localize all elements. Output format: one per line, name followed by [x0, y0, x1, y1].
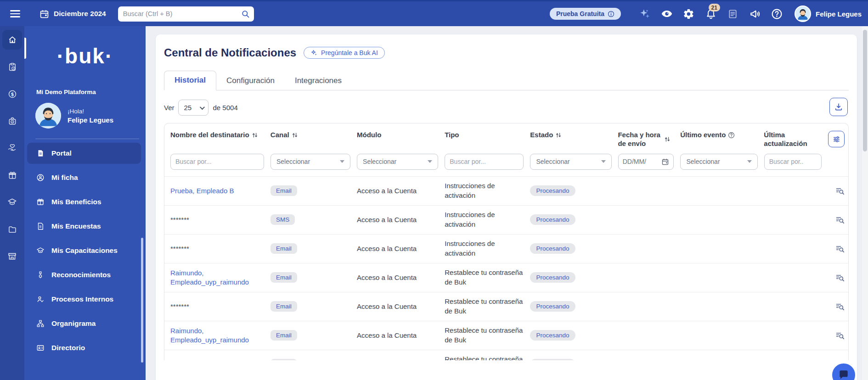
- period-selector[interactable]: Diciembre 2024: [39, 9, 106, 19]
- company-name: Mi Demo Plataforma: [36, 89, 146, 95]
- help-icon[interactable]: [728, 132, 735, 139]
- rail-item-documents[interactable]: [0, 216, 24, 243]
- sidebar-item-reconocimientos[interactable]: Reconocimientos: [27, 264, 141, 285]
- sliders-icon: [832, 135, 841, 144]
- sidebar-item-mis-encuestas[interactable]: Mis Encuestas: [27, 216, 141, 237]
- page-size-select[interactable]: 25: [178, 100, 209, 116]
- help-button[interactable]: [766, 5, 788, 23]
- sidebar-scrollbar[interactable]: [141, 238, 143, 363]
- document-list-icon: [727, 9, 738, 19]
- view-detail-icon[interactable]: [835, 360, 845, 361]
- filter-evento-select[interactable]: Seleccionar: [680, 154, 757, 170]
- bag-clock-icon: [8, 117, 17, 126]
- filter-canal-select[interactable]: Seleccionar: [271, 154, 350, 170]
- view-detail-icon[interactable]: [835, 186, 845, 196]
- rail-item-directory[interactable]: [0, 243, 24, 270]
- module-rail: $: [0, 26, 24, 380]
- sort-icon[interactable]: [292, 132, 298, 139]
- sidebar-item-label: Mis Encuestas: [51, 222, 101, 230]
- column-settings-button[interactable]: [828, 131, 845, 147]
- medal-icon: [36, 271, 45, 279]
- announcements-button[interactable]: [744, 5, 766, 23]
- recipient-name-link[interactable]: Prueba, Empleado B: [170, 186, 234, 196]
- orgchart-icon: [36, 319, 45, 328]
- recipient-name-link[interactable]: *******: [170, 302, 189, 311]
- tab-bar: Historial Configuración Integraciones: [164, 70, 849, 90]
- channel-badge: Email: [271, 272, 297, 283]
- sidebar-item-organigrama[interactable]: Organigrama: [27, 313, 141, 334]
- sidebar-item-portal[interactable]: Portal: [27, 143, 141, 164]
- sidebar-item-mis-beneficios[interactable]: Mis Beneficios: [27, 191, 141, 212]
- page-scrollbar[interactable]: [862, 26, 868, 380]
- module-cell: Acceso a la Cuenta: [357, 216, 417, 224]
- dollar-icon: $: [8, 89, 17, 99]
- user-greeting-block[interactable]: ¡Hola! Felipe Legues: [35, 103, 146, 129]
- rail-item-home[interactable]: [0, 26, 24, 53]
- rail-item-wellness[interactable]: [0, 134, 24, 162]
- tab-historial[interactable]: Historial: [164, 71, 216, 90]
- sidebar-item-directorio[interactable]: Directorio: [27, 337, 141, 358]
- filter-nombre-input[interactable]: [170, 154, 264, 170]
- rail-item-tasks[interactable]: [0, 53, 24, 80]
- rail-item-benefits[interactable]: [0, 162, 24, 189]
- type-cell: Restablece tu contraseña de Buk: [445, 355, 524, 360]
- scrollbar-thumb[interactable]: [863, 30, 867, 151]
- megaphone-icon: [749, 8, 761, 20]
- recipient-name-link[interactable]: *******: [170, 215, 189, 224]
- graduation-icon: [7, 197, 17, 207]
- user-menu[interactable]: Felipe Legues: [795, 6, 862, 22]
- recipient-name-link[interactable]: Raimundo, Empleado_uyp_raimundo: [170, 326, 264, 344]
- recipient-name-link[interactable]: *******: [170, 244, 189, 253]
- table-header: Nombre del destinatario Canal Módulo Tip…: [164, 123, 848, 150]
- filter-row: Seleccionar Seleccionar Seleccionar DD/M…: [164, 150, 848, 176]
- gift-icon: [36, 198, 45, 206]
- column-header-fecha[interactable]: Fecha y hora de envío: [618, 131, 680, 148]
- notifications-button[interactable]: 21: [700, 5, 722, 23]
- filter-actualizacion-input[interactable]: [764, 154, 822, 170]
- filter-estado-select[interactable]: Seleccionar: [530, 154, 611, 170]
- type-cell: Restablece tu contraseña de Buk: [445, 297, 524, 316]
- search-input[interactable]: [123, 10, 238, 17]
- view-detail-icon[interactable]: [835, 244, 845, 253]
- avatar: [35, 103, 61, 129]
- download-icon: [834, 102, 843, 112]
- rail-item-remunerations[interactable]: $: [0, 80, 24, 107]
- column-header-estado[interactable]: Estado: [530, 131, 618, 140]
- sidebar-item-label: Mi ficha: [51, 173, 78, 182]
- sidebar-item-procesos-internos[interactable]: Procesos Internos: [27, 289, 141, 310]
- tab-configuracion[interactable]: Configuración: [216, 72, 285, 90]
- visibility-button[interactable]: [656, 5, 678, 23]
- news-button[interactable]: [722, 5, 744, 23]
- column-header-nombre[interactable]: Nombre del destinatario: [164, 131, 271, 140]
- eye-icon: [661, 8, 673, 20]
- view-detail-icon[interactable]: [835, 215, 845, 224]
- recipient-name-link[interactable]: Raimundo, Empleado_uyp_raimundo: [170, 268, 264, 286]
- column-header-actualizacion: Última actualización: [764, 131, 828, 148]
- sidebar-item-mi-ficha[interactable]: Mi ficha: [27, 167, 141, 188]
- sort-icon[interactable]: [555, 132, 562, 139]
- filter-tipo-input[interactable]: [445, 154, 524, 170]
- settings-button[interactable]: [678, 5, 700, 23]
- filter-modulo-select[interactable]: Seleccionar: [357, 154, 438, 170]
- global-search[interactable]: [118, 6, 254, 22]
- column-header-canal[interactable]: Canal: [271, 131, 357, 140]
- view-detail-icon[interactable]: [835, 302, 845, 311]
- download-button[interactable]: [829, 98, 848, 116]
- help-icon: [771, 8, 783, 20]
- trial-badge[interactable]: Prueba Gratuita: [550, 8, 621, 20]
- hamburger-menu-icon[interactable]: [10, 10, 20, 17]
- rail-item-talent[interactable]: [0, 189, 24, 216]
- search-icon[interactable]: [241, 10, 250, 18]
- view-detail-icon[interactable]: [835, 273, 845, 282]
- channel-badge: Email: [271, 359, 297, 360]
- tab-integraciones[interactable]: Integraciones: [285, 72, 352, 90]
- sidebar-item-mis-capacitaciones[interactable]: Mis Capacitaciones: [27, 240, 141, 261]
- filter-fecha-date[interactable]: DD/MM/: [618, 154, 674, 170]
- ai-assistant-button[interactable]: [634, 5, 656, 23]
- view-detail-icon[interactable]: [835, 331, 845, 340]
- recipient-name-link[interactable]: *******: [170, 360, 189, 360]
- sort-icon[interactable]: [664, 136, 671, 143]
- rail-item-time[interactable]: [0, 107, 24, 134]
- ask-buk-ai-button[interactable]: Pregúntale a Buk AI: [304, 47, 385, 59]
- sort-icon[interactable]: [252, 132, 258, 139]
